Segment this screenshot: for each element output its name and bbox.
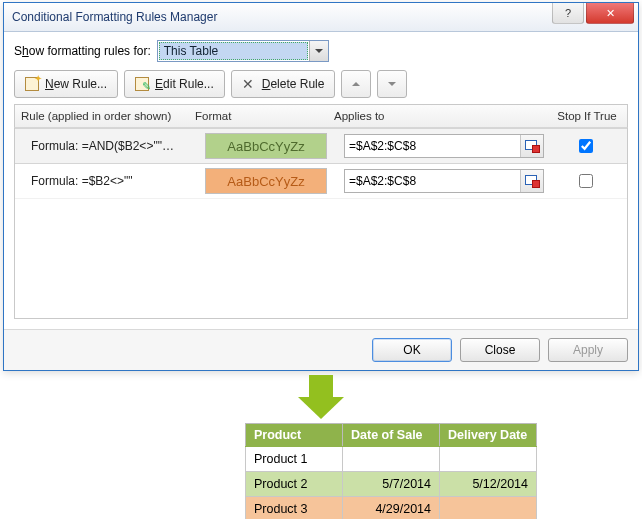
rules-list: Formula: =AND($B2<>""…AaBbCcYyZzFormula:… (14, 128, 628, 319)
result-arrow (0, 375, 642, 421)
rule-description: Formula: =$B2<>"" (17, 174, 201, 188)
applies-to-input-wrap (344, 134, 544, 158)
header-applies: Applies to (330, 110, 547, 122)
arrow-down-icon (298, 375, 344, 421)
rules-toolbar: New Rule... Edit Rule... ✕ Delete Rule (14, 70, 628, 98)
rule-applies-cell (340, 134, 545, 158)
dialog-body: Show formatting rules for: This Table Ne… (4, 32, 638, 329)
table-row: Product 25/7/20145/12/2014 (246, 472, 537, 497)
delete-rule-icon: ✕ (242, 77, 256, 91)
stop-if-true-checkbox[interactable] (579, 174, 593, 188)
close-button[interactable]: Close (460, 338, 540, 362)
chevron-down-icon (315, 47, 323, 55)
table-cell: Product 2 (246, 472, 343, 497)
new-rule-button[interactable]: New Rule... (14, 70, 118, 98)
table-column-header: Product (246, 424, 343, 447)
rule-format-cell: AaBbCcYyZz (201, 133, 340, 159)
show-rules-for-label: Show formatting rules for: (14, 44, 151, 58)
format-preview: AaBbCcYyZz (205, 133, 327, 159)
rule-applies-cell (340, 169, 545, 193)
move-rule-up-button[interactable] (341, 70, 371, 98)
edit-rule-icon (135, 77, 149, 91)
rules-list-header: Rule (applied in order shown) Format App… (14, 104, 628, 128)
range-picker-icon (525, 140, 539, 152)
stop-if-true-cell (545, 171, 625, 191)
spreadsheet-preview: ProductDate of SaleDelivery Date Product… (140, 423, 642, 519)
stop-if-true-cell (545, 136, 625, 156)
range-picker-icon (525, 175, 539, 187)
range-picker-button[interactable] (520, 135, 543, 157)
header-rule: Rule (applied in order shown) (15, 110, 191, 122)
table-cell (440, 447, 537, 472)
header-stop: Stop If True (547, 110, 627, 122)
show-rules-for-row: Show formatting rules for: This Table (14, 40, 628, 62)
header-format: Format (191, 110, 330, 122)
move-rule-down-button[interactable] (377, 70, 407, 98)
rule-format-cell: AaBbCcYyZz (201, 168, 340, 194)
dialog-title: Conditional Formatting Rules Manager (12, 10, 552, 24)
scope-combobox-value: This Table (159, 42, 308, 60)
chevron-down-icon (388, 80, 396, 88)
table-header-row: ProductDate of SaleDelivery Date (246, 424, 537, 447)
dialog-footer: OK Close Apply (4, 329, 638, 370)
help-button[interactable]: ? (552, 3, 584, 24)
edit-rule-label: Edit Rule... (155, 77, 214, 91)
table-column-header: Date of Sale (343, 424, 440, 447)
result-table: ProductDate of SaleDelivery Date Product… (245, 423, 537, 519)
titlebar: Conditional Formatting Rules Manager ? ✕ (4, 3, 638, 32)
rule-row[interactable]: Formula: =$B2<>""AaBbCcYyZz (15, 164, 627, 199)
apply-button[interactable]: Apply (548, 338, 628, 362)
table-cell: Product 1 (246, 447, 343, 472)
delete-rule-label: Delete Rule (262, 77, 325, 91)
new-rule-icon (25, 77, 39, 91)
delete-rule-button[interactable]: ✕ Delete Rule (231, 70, 336, 98)
scope-combobox-toggle[interactable] (309, 41, 328, 61)
window-buttons: ? ✕ (552, 3, 638, 31)
cf-rules-manager-dialog: Conditional Formatting Rules Manager ? ✕… (3, 2, 639, 371)
ok-button[interactable]: OK (372, 338, 452, 362)
close-window-button[interactable]: ✕ (586, 3, 634, 24)
applies-to-input-wrap (344, 169, 544, 193)
applies-to-input[interactable] (345, 135, 520, 157)
rule-row[interactable]: Formula: =AND($B2<>""…AaBbCcYyZz (15, 128, 627, 164)
table-cell (343, 447, 440, 472)
applies-to-input[interactable] (345, 170, 520, 192)
table-cell: 4/29/2014 (343, 497, 440, 520)
table-cell: 5/7/2014 (343, 472, 440, 497)
rule-description: Formula: =AND($B2<>""… (17, 139, 201, 153)
range-picker-button[interactable] (520, 170, 543, 192)
table-row: Product 1 (246, 447, 537, 472)
format-preview: AaBbCcYyZz (205, 168, 327, 194)
new-rule-label: New Rule... (45, 77, 107, 91)
table-cell: 5/12/2014 (440, 472, 537, 497)
chevron-up-icon (352, 80, 360, 88)
edit-rule-button[interactable]: Edit Rule... (124, 70, 225, 98)
scope-combobox[interactable]: This Table (157, 40, 329, 62)
table-row: Product 34/29/2014 (246, 497, 537, 520)
stop-if-true-checkbox[interactable] (579, 139, 593, 153)
table-cell (440, 497, 537, 520)
table-column-header: Delivery Date (440, 424, 537, 447)
table-cell: Product 3 (246, 497, 343, 520)
